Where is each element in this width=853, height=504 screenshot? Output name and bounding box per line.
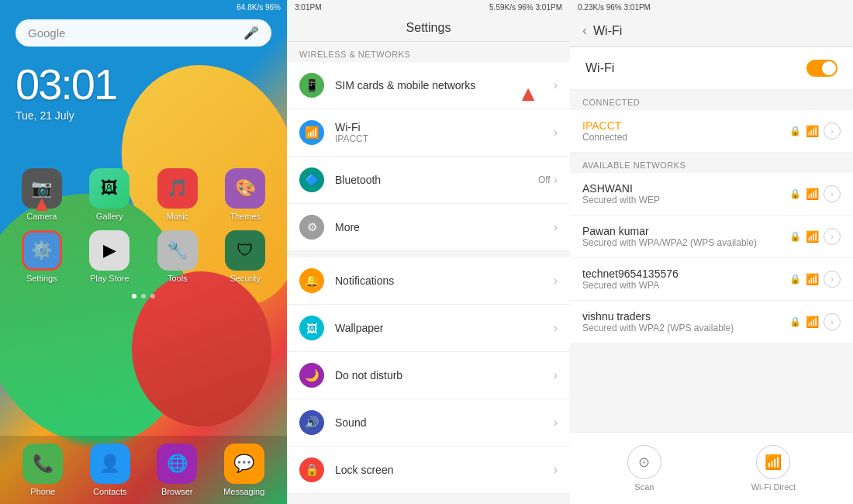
app-gallery[interactable]: 🖼 Gallery bbox=[81, 168, 140, 221]
browser-label: Browser bbox=[161, 487, 192, 496]
wifi-bottom-actions: ⊙ Scan 📶 Wi-Fi Direct bbox=[570, 432, 853, 504]
lock-icon-connected: 🔒 bbox=[789, 126, 801, 136]
red-arrow-wifi-settings: ▲ bbox=[517, 81, 539, 106]
ashwani-icons: 🔒 📶 › bbox=[789, 185, 841, 202]
wifi-menu-icon: 📶 bbox=[299, 120, 324, 145]
bluetooth-chevron: › bbox=[554, 173, 558, 187]
dock-phone[interactable]: 📞 Phone bbox=[12, 444, 74, 496]
settings-panel: 3:01PM 5.59K/s 96% 3:01PM Settings WIREL… bbox=[287, 0, 570, 504]
google-label: Google bbox=[28, 26, 237, 40]
playstore-label: Play Store bbox=[90, 274, 130, 283]
info-button-ashwani[interactable]: › bbox=[824, 185, 841, 202]
settings-wifi[interactable]: 📶 Wi-Fi IPACCT › ▲ bbox=[287, 109, 570, 157]
dnd-label: Do not disturb bbox=[335, 369, 554, 381]
more-label: More bbox=[335, 221, 554, 233]
dot-2 bbox=[141, 294, 146, 299]
connected-network[interactable]: IPACCT Connected 🔒 📶 › ▼ bbox=[570, 110, 853, 153]
ashwani-name: ASHWANI bbox=[582, 182, 789, 195]
search-bar[interactable]: Google 🎤 bbox=[16, 19, 271, 47]
home-screen: 64.8K/s 96% Google 🎤 03:01 Tue, 21 July … bbox=[0, 0, 287, 504]
network-vishnu[interactable]: vishnu traders Secured with WPA2 (WPS av… bbox=[570, 301, 853, 343]
themes-icon: 🎨 bbox=[225, 168, 265, 209]
settings-wallpaper[interactable]: 🖼 Wallpaper › bbox=[287, 305, 570, 352]
back-button[interactable]: ‹ bbox=[582, 22, 587, 39]
info-button-pawan[interactable]: › bbox=[824, 228, 841, 245]
settings-more[interactable]: ⚙ More › bbox=[287, 204, 570, 251]
ashwani-info: ASHWANI Secured with WEP bbox=[582, 182, 789, 205]
settings-lockscreen[interactable]: 🔒 Lock screen › bbox=[287, 447, 570, 494]
app-playstore[interactable]: ▶ Play Store bbox=[81, 230, 140, 283]
scan-label: Scan bbox=[634, 482, 654, 492]
settings-notifications[interactable]: 🔔 Notifications › bbox=[287, 257, 570, 305]
wifi-status-left: 0.23K/s 96% 3:01PM bbox=[578, 3, 651, 12]
wifi-signal-pawan: 📶 bbox=[806, 230, 819, 243]
wireless-section-label: WIRELESS & NETWORKS bbox=[287, 42, 570, 62]
app-tools[interactable]: 🔧 Tools bbox=[148, 230, 207, 283]
notifications-label: Notifications bbox=[335, 274, 554, 287]
wifi-toggle[interactable] bbox=[806, 60, 837, 77]
settings-label: Settings bbox=[26, 274, 57, 283]
network-ashwani[interactable]: ASHWANI Secured with WEP 🔒 📶 › bbox=[570, 173, 853, 216]
contacts-icon: 👤 bbox=[90, 444, 130, 484]
gallery-icon: 🖼 bbox=[89, 168, 130, 209]
clock-time: 03:01 bbox=[16, 59, 271, 109]
settings-dnd[interactable]: 🌙 Do not disturb › bbox=[287, 352, 570, 399]
settings-sound[interactable]: 🔊 Sound › bbox=[287, 399, 570, 447]
red-arrow-settings-home: ▲ bbox=[31, 192, 53, 216]
ashwani-sub: Secured with WEP bbox=[582, 195, 789, 205]
scan-icon: ⊙ bbox=[627, 445, 661, 479]
lockscreen-chevron: › bbox=[554, 463, 558, 477]
sound-label: Sound bbox=[335, 416, 554, 429]
info-button-connected[interactable]: › bbox=[824, 123, 841, 140]
sim-icon: 📱 bbox=[299, 73, 324, 98]
wifi-chevron: › bbox=[554, 126, 558, 140]
dock-messaging[interactable]: 💬 Messaging bbox=[214, 444, 275, 496]
themes-label: Themes bbox=[230, 212, 261, 221]
wifi-status-bar: 0.23K/s 96% 3:01PM bbox=[570, 0, 853, 15]
pawan-sub: Secured with WPA/WPA2 (WPS available) bbox=[582, 237, 789, 248]
lock-icon-ashwani: 🔒 bbox=[789, 188, 801, 199]
mic-icon: 🎤 bbox=[243, 26, 259, 40]
phone-icon: 📞 bbox=[22, 444, 63, 484]
vishnu-sub: Secured with WPA2 (WPS available) bbox=[582, 323, 789, 333]
technet-icons: 🔒 📶 › bbox=[789, 271, 841, 288]
app-settings[interactable]: ⚙️ Settings ▲ bbox=[12, 230, 71, 283]
app-security[interactable]: 🛡 Security bbox=[216, 230, 275, 283]
dnd-chevron: › bbox=[554, 368, 558, 382]
dock-contacts[interactable]: 👤 Contacts bbox=[80, 444, 141, 496]
time-display: 03:01 Tue, 21 July bbox=[0, 51, 287, 129]
tools-label: Tools bbox=[167, 274, 188, 283]
wifi-panel: 0.23K/s 96% 3:01PM ‹ Wi-Fi Wi-Fi CONNECT… bbox=[570, 0, 853, 504]
settings-status-left: 3:01PM bbox=[295, 3, 321, 12]
contacts-label: Contacts bbox=[93, 487, 126, 496]
info-button-technet[interactable]: › bbox=[824, 271, 841, 288]
pawan-info: Pawan kumar Secured with WPA/WPA2 (WPS a… bbox=[582, 225, 789, 248]
connected-network-name: IPACCT bbox=[582, 119, 789, 132]
sound-icon: 🔊 bbox=[299, 410, 324, 435]
dot-1 bbox=[132, 294, 136, 299]
wifi-title-bar: ‹ Wi-Fi bbox=[570, 15, 853, 47]
app-music[interactable]: 🎵 Music bbox=[148, 168, 207, 221]
info-button-vishnu[interactable]: › bbox=[824, 313, 841, 330]
dock-browser[interactable]: 🌐 Browser bbox=[147, 444, 208, 496]
app-themes[interactable]: 🎨 Themes bbox=[216, 168, 275, 221]
network-technet[interactable]: technet9654135576 Secured with WPA 🔒 📶 › bbox=[570, 258, 853, 301]
settings-bluetooth[interactable]: 🔷 Bluetooth Off › bbox=[287, 157, 570, 204]
settings-status-bar: 3:01PM 5.59K/s 96% 3:01PM bbox=[287, 0, 570, 15]
settings-icon: ⚙️ bbox=[22, 230, 62, 271]
scan-button[interactable]: ⊙ Scan bbox=[627, 445, 661, 492]
wifidirect-button[interactable]: 📶 Wi-Fi Direct bbox=[751, 445, 796, 492]
wifi-menu-label: Wi-Fi bbox=[335, 121, 554, 133]
more-icon: ⚙ bbox=[299, 215, 324, 240]
wifidirect-label: Wi-Fi Direct bbox=[751, 482, 796, 492]
network-pawan[interactable]: Pawan kumar Secured with WPA/WPA2 (WPS a… bbox=[570, 216, 853, 258]
sim-chevron: › bbox=[554, 78, 558, 92]
lockscreen-label: Lock screen bbox=[335, 464, 554, 476]
tools-icon: 🔧 bbox=[157, 230, 198, 271]
more-chevron: › bbox=[554, 220, 558, 234]
sound-chevron: › bbox=[554, 416, 558, 430]
messaging-icon: 💬 bbox=[224, 444, 264, 484]
wifi-signal-ashwani: 📶 bbox=[806, 188, 819, 200]
security-icon: 🛡 bbox=[225, 230, 265, 271]
wifi-signal-technet: 📶 bbox=[806, 273, 819, 285]
